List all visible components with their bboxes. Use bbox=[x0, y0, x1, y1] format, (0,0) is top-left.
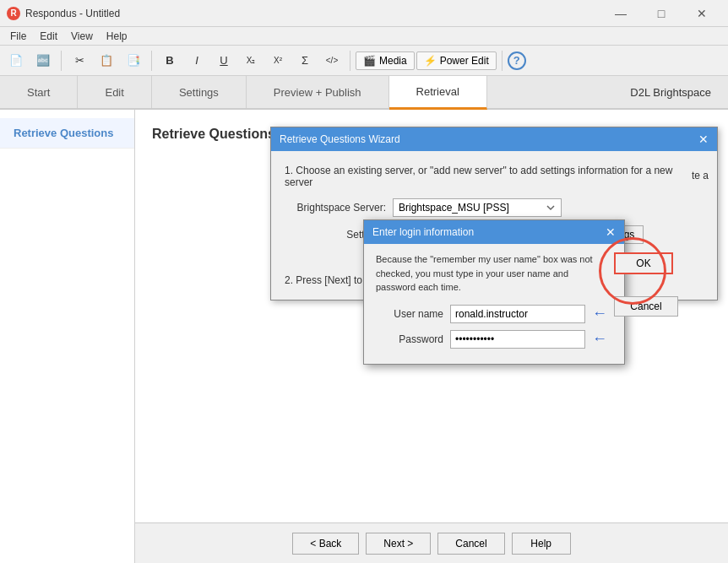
tab-edit[interactable]: Edit bbox=[78, 76, 151, 108]
tab-bar: Start Edit Settings Preview + Publish Re… bbox=[0, 76, 728, 110]
login-dialog-close-button[interactable]: ✕ bbox=[606, 225, 616, 239]
maximize-button[interactable]: □ bbox=[642, 0, 681, 27]
toolbar-sep-3 bbox=[350, 51, 350, 71]
cancel-button[interactable]: Cancel bbox=[437, 533, 504, 555]
menu-view[interactable]: View bbox=[64, 29, 100, 44]
tab-right-label: D2L Brightspace bbox=[613, 76, 728, 108]
back-button[interactable]: < Back bbox=[292, 533, 359, 555]
toolbar-cut[interactable]: ✂ bbox=[67, 49, 92, 73]
username-arrow: ← bbox=[592, 305, 607, 322]
media-icon: 🎬 bbox=[363, 55, 376, 67]
next-button[interactable]: Next > bbox=[366, 533, 431, 555]
title-bar: R Respondus - Untitled — □ ✕ bbox=[0, 0, 728, 27]
toolbar-sep-4 bbox=[502, 51, 503, 71]
toolbar-sep-1 bbox=[61, 51, 62, 71]
rq-wizard-close-button[interactable]: ✕ bbox=[698, 133, 709, 146]
login-dialog-body: Because the "remember my user name" box … bbox=[364, 244, 624, 364]
toolbar-underline[interactable]: U bbox=[211, 49, 236, 73]
toolbar: 📄 🔤 ✂ 📋 📑 B I U X₂ X² Σ </> 🎬 Media ⚡ Po… bbox=[0, 46, 728, 76]
window-title: Respondus - Untitled bbox=[25, 8, 601, 19]
media-label: Media bbox=[379, 55, 407, 67]
partial-right-text: te a bbox=[692, 170, 709, 181]
login-dialog: Enter login information ✕ Because the "r… bbox=[363, 219, 625, 365]
password-arrow: ← bbox=[592, 330, 607, 348]
close-button[interactable]: ✕ bbox=[682, 0, 721, 27]
toolbar-spell[interactable]: 🔤 bbox=[30, 49, 56, 73]
toolbar-media-button[interactable]: 🎬 Media bbox=[356, 51, 415, 70]
toolbar-sigma[interactable]: Σ bbox=[292, 49, 318, 73]
tab-preview-publish[interactable]: Preview + Publish bbox=[247, 76, 389, 108]
rq-wizard-title-text: Retrieve Questions Wizard bbox=[280, 133, 400, 145]
menu-help[interactable]: Help bbox=[100, 29, 134, 44]
toolbar-copy[interactable]: 📋 bbox=[94, 49, 119, 73]
password-input[interactable] bbox=[450, 330, 585, 349]
toolbar-italic[interactable]: I bbox=[184, 49, 209, 73]
app-icon: R bbox=[7, 7, 20, 20]
server-field-row: Brightspace Server: Brightspace_MSU [PSS… bbox=[285, 198, 704, 217]
tab-retrieval[interactable]: Retrieval bbox=[389, 76, 487, 110]
toolbar-help-button[interactable]: ? bbox=[508, 51, 526, 70]
username-label: User name bbox=[376, 308, 443, 320]
power-label: Power Edit bbox=[440, 55, 489, 67]
main-content: Retrieve Questions Retrieve Questions ? … bbox=[0, 110, 728, 563]
toolbar-new[interactable]: 📄 bbox=[3, 49, 29, 73]
toolbar-power-button[interactable]: ⚡ Power Edit bbox=[416, 51, 497, 70]
username-field-row: User name ← bbox=[376, 305, 607, 323]
window-controls: — □ ✕ bbox=[601, 0, 721, 27]
server-select[interactable]: Brightspace_MSU [PSS] bbox=[393, 198, 562, 217]
toolbar-bold[interactable]: B bbox=[157, 49, 182, 73]
username-input[interactable] bbox=[450, 305, 585, 323]
menu-bar: File Edit View Help bbox=[0, 27, 728, 46]
login-info-text: Because the "remember my user name" box … bbox=[376, 252, 607, 295]
minimize-button[interactable]: — bbox=[601, 0, 640, 27]
menu-edit[interactable]: Edit bbox=[33, 29, 64, 44]
toolbar-superscript[interactable]: X² bbox=[265, 49, 291, 73]
sidebar-item-retrieve-questions[interactable]: Retrieve Questions bbox=[0, 118, 134, 149]
help-button[interactable]: Help bbox=[512, 533, 571, 555]
login-dialog-title-text: Enter login information bbox=[372, 226, 474, 238]
password-label: Password bbox=[376, 333, 443, 345]
step1-text: 1. Choose an existing server, or "add ne… bbox=[285, 165, 704, 188]
login-dialog-titlebar: Enter login information ✕ bbox=[364, 220, 624, 244]
login-cancel-button[interactable]: Cancel bbox=[614, 296, 678, 317]
menu-file[interactable]: File bbox=[3, 29, 33, 44]
rq-wizard-titlebar: Retrieve Questions Wizard ✕ bbox=[271, 127, 717, 151]
server-label: Brightspace Server: bbox=[285, 202, 386, 214]
toolbar-paste[interactable]: 📑 bbox=[121, 49, 146, 73]
content-area: Retrieve Questions ? Retrieve Questions … bbox=[135, 110, 728, 563]
password-field-row: Password ← bbox=[376, 330, 607, 349]
login-ok-button[interactable]: OK bbox=[614, 252, 673, 274]
power-icon: ⚡ bbox=[424, 55, 437, 67]
tab-settings[interactable]: Settings bbox=[152, 76, 247, 108]
toolbar-code[interactable]: </> bbox=[319, 49, 345, 73]
toolbar-subscript[interactable]: X₂ bbox=[238, 49, 263, 73]
toolbar-sep-2 bbox=[151, 51, 152, 71]
bottom-bar: < Back Next > Cancel Help bbox=[135, 522, 728, 563]
sidebar: Retrieve Questions bbox=[0, 110, 135, 563]
tab-start[interactable]: Start bbox=[0, 76, 78, 108]
login-button-panel: OK Cancel bbox=[614, 252, 678, 355]
